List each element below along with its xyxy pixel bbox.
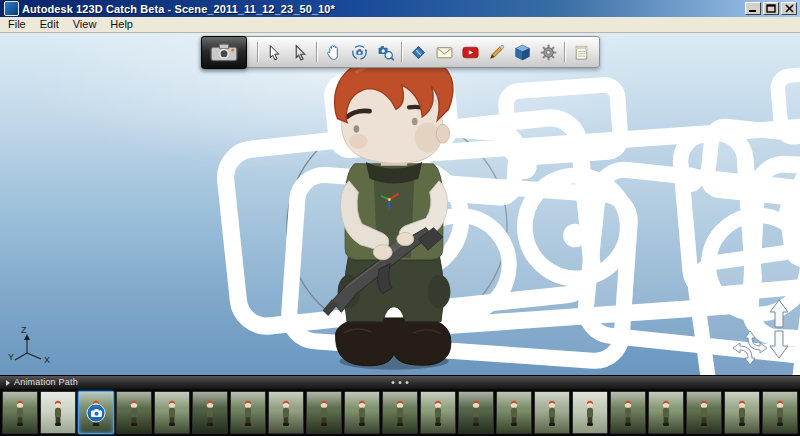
- app-logo-icon: [4, 1, 19, 16]
- thumbnail-figure-icon: [243, 399, 254, 427]
- axis-x-label: X: [44, 355, 50, 365]
- orbit-camera-icon: [351, 44, 368, 61]
- minimize-icon: [748, 4, 758, 13]
- minimize-button[interactable]: [745, 2, 761, 15]
- menu-bar: File Edit View Help: [0, 17, 800, 33]
- filmstrip-thumbnail[interactable]: [306, 391, 342, 434]
- thumbnail-figure-icon: [167, 399, 178, 427]
- filmstrip-thumbnail[interactable]: [648, 391, 684, 434]
- filmstrip-thumbnail[interactable]: [534, 391, 570, 434]
- filmstrip-thumbnail[interactable]: [154, 391, 190, 434]
- filmstrip-thumbnail[interactable]: [268, 391, 304, 434]
- upload-youtube-button[interactable]: [457, 40, 483, 64]
- axis-indicator: Z Y X: [8, 325, 50, 365]
- processing-camera-badge: [87, 403, 106, 422]
- cube-icon: [514, 44, 531, 61]
- filmstrip-thumbnail[interactable]: [382, 391, 418, 434]
- filmstrip-thumbnail[interactable]: [40, 391, 76, 434]
- magnifier-camera-icon: [377, 44, 394, 61]
- title-bar[interactable]: Autodesk 123D Catch Beta - Scene_2011_11…: [0, 0, 800, 17]
- animation-path-bar[interactable]: Animation Path: [0, 375, 800, 389]
- hand-icon: [325, 44, 342, 61]
- thumbnail-figure-icon: [15, 399, 26, 427]
- gear-icon: [540, 44, 557, 61]
- close-button[interactable]: [781, 2, 797, 15]
- toolbar-separator: [401, 42, 402, 62]
- menu-edit[interactable]: Edit: [33, 17, 66, 32]
- filmstrip-thumbnail-selected[interactable]: [78, 391, 114, 434]
- notepad-icon: [573, 44, 590, 61]
- capture-photos-button[interactable]: [201, 36, 247, 69]
- pan-tool-button[interactable]: [320, 40, 346, 64]
- thumbnail-figure-icon: [205, 399, 216, 427]
- expand-triangle-icon: [6, 380, 10, 386]
- filmstrip-thumbnail[interactable]: [572, 391, 608, 434]
- menu-file[interactable]: File: [1, 17, 33, 32]
- cursor-icon: [266, 44, 283, 61]
- photo-filmstrip: [0, 389, 800, 436]
- ruler-diamond-icon: [410, 44, 427, 61]
- close-icon: [785, 4, 794, 13]
- thumbnail-figure-icon: [585, 399, 596, 427]
- youtube-icon: [462, 44, 479, 61]
- window-title: Autodesk 123D Catch Beta - Scene_2011_11…: [22, 3, 745, 15]
- menu-view[interactable]: View: [66, 17, 104, 32]
- orbit-tool-button[interactable]: [346, 40, 372, 64]
- reference-measure-button[interactable]: [405, 40, 431, 64]
- filmstrip-thumbnail[interactable]: [420, 391, 456, 434]
- menu-help[interactable]: Help: [103, 17, 140, 32]
- select-tool-button[interactable]: [261, 40, 287, 64]
- thumbnail-figure-icon: [737, 399, 748, 427]
- thumbnail-figure-icon: [357, 399, 368, 427]
- scene-cameras-layer: [217, 58, 800, 375]
- lasso-select-tool-button[interactable]: [287, 40, 313, 64]
- zoom-tool-button[interactable]: [372, 40, 398, 64]
- axis-y-label: Y: [8, 352, 14, 362]
- filmstrip-thumbnail[interactable]: [230, 391, 266, 434]
- toolbar-separator: [316, 42, 317, 62]
- pencil-icon: [488, 44, 505, 61]
- envelope-icon: [436, 44, 453, 61]
- thumbnail-figure-icon: [319, 399, 330, 427]
- filmstrip-thumbnail[interactable]: [344, 391, 380, 434]
- annotate-button[interactable]: [483, 40, 509, 64]
- maximize-icon: [766, 4, 776, 13]
- camera-badge-icon: [90, 408, 102, 417]
- scene-canvas[interactable]: Z Y X: [0, 33, 800, 375]
- filmstrip-thumbnail[interactable]: [496, 391, 532, 434]
- viewport-3d[interactable]: Z Y X: [0, 33, 800, 375]
- share-email-button[interactable]: [431, 40, 457, 64]
- filmstrip-thumbnail[interactable]: [458, 391, 494, 434]
- settings-button[interactable]: [535, 40, 561, 64]
- thumbnail-figure-icon: [699, 399, 710, 427]
- export-3d-button[interactable]: [509, 40, 535, 64]
- thumbnail-figure-icon: [661, 399, 672, 427]
- thumbnail-figure-icon: [395, 399, 406, 427]
- thumbnail-figure-icon: [281, 399, 292, 427]
- maximize-button[interactable]: [763, 2, 779, 15]
- filmstrip-thumbnail[interactable]: [762, 391, 798, 434]
- thumbnail-figure-icon: [433, 399, 444, 427]
- feedback-notes-button[interactable]: [568, 40, 594, 64]
- filmstrip-thumbnail[interactable]: [724, 391, 760, 434]
- thumbnail-figure-icon: [509, 399, 520, 427]
- filmstrip-thumbnail[interactable]: [192, 391, 228, 434]
- main-toolbar: [201, 36, 600, 68]
- thumbnail-figure-icon: [471, 399, 482, 427]
- animation-path-label: Animation Path: [14, 376, 78, 389]
- thumbnail-figure-icon: [53, 399, 64, 427]
- thumbnail-figure-icon: [623, 399, 634, 427]
- filmstrip-thumbnail[interactable]: [2, 391, 38, 434]
- thumbnail-figure-icon: [129, 399, 140, 427]
- camera-icon: [210, 43, 238, 62]
- filmstrip-thumbnail[interactable]: [610, 391, 646, 434]
- toolbar-separator: [564, 42, 565, 62]
- filmstrip-thumbnail[interactable]: [686, 391, 722, 434]
- cursor-outline-icon: [292, 44, 309, 61]
- thumbnail-figure-icon: [775, 399, 786, 427]
- axis-z-label: Z: [21, 325, 27, 335]
- toolbar-separator: [257, 42, 258, 62]
- filmstrip-thumbnail[interactable]: [116, 391, 152, 434]
- thumbnail-figure-icon: [547, 399, 558, 427]
- filmstrip-resize-handle[interactable]: [382, 376, 419, 389]
